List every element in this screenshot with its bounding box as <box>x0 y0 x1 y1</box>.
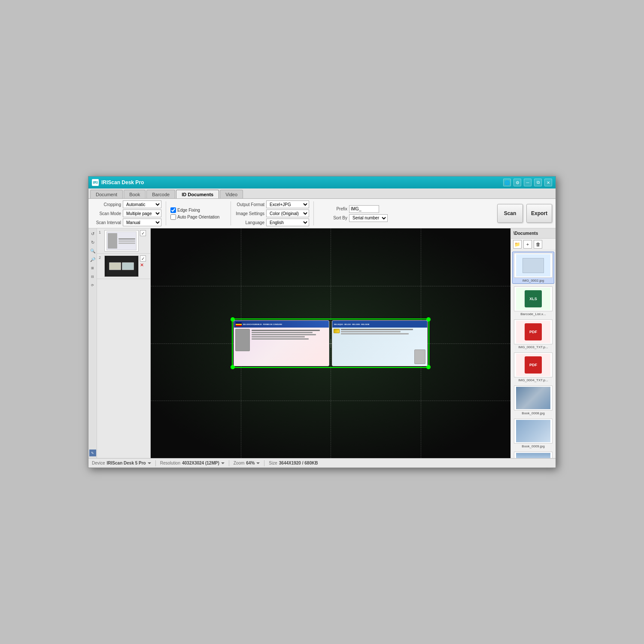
status-bar: Device IRIScan Desk 5 Pro Resolution 403… <box>88 458 556 468</box>
device-arrow[interactable] <box>148 462 151 464</box>
scan-mode-select[interactable]: Multiple page <box>123 210 161 217</box>
thumb-2-number: 2 <box>99 255 103 260</box>
thumb-1-check[interactable]: ✓ <box>140 230 146 236</box>
cropping-label: Cropping <box>92 202 121 207</box>
tab-id-documents[interactable]: ID Documents <box>176 190 219 198</box>
chip <box>334 329 340 333</box>
thumbnail-2[interactable]: 2 ✓ ✕ <box>97 254 150 279</box>
folder-delete-btn[interactable]: 🗑 <box>534 240 542 249</box>
scan-export-area: Scan Export <box>497 200 552 226</box>
thumb-2-check[interactable]: ✓ <box>140 255 146 261</box>
tool-fit[interactable]: ⊞ <box>89 264 96 271</box>
back-line-1 <box>341 329 413 330</box>
scan-preview-bg: BELGISCH RIJBEWIJS · PERMIS DE CONDUIRE <box>151 228 510 458</box>
xlsx-icon: XLS <box>525 290 542 307</box>
file-name-3: IMG_0004_TXT.p... <box>518 378 548 382</box>
file-item-0[interactable]: IMG_0002.jpg <box>512 252 554 284</box>
tool-undo[interactable]: ↺ <box>89 230 96 237</box>
scan-interval-select[interactable]: Manual <box>123 219 161 226</box>
id-card-front: BELGISCH RIJBEWIJS · PERMIS DE CONDUIRE <box>234 320 329 366</box>
file-item-3[interactable]: PDF IMG_0004_TXT.p... <box>512 352 554 383</box>
scan-mode-row: Scan Mode Multiple page <box>92 210 161 217</box>
minimize-button[interactable]: ─ <box>524 179 532 186</box>
output-format-select[interactable]: Excel+JPG <box>266 200 309 208</box>
card-line-2 <box>252 332 313 333</box>
back-line-2 <box>341 331 401 332</box>
device-segment: Device IRIScan Desk 5 Pro <box>92 461 151 465</box>
image-settings-row: Image Settings Color (Original) <box>235 210 309 217</box>
close-button[interactable]: ✕ <box>544 179 552 186</box>
scan-interval-row: Scan Interval Manual <box>92 219 161 226</box>
tab-book[interactable]: Book <box>124 190 146 198</box>
language-row: Language English <box>235 219 309 226</box>
tab-video[interactable]: Video <box>220 190 243 198</box>
tool-redo[interactable]: ↻ <box>89 239 96 246</box>
globe-button[interactable]: 🌐 <box>503 179 511 186</box>
card-line-1 <box>252 330 320 331</box>
auto-page-row[interactable]: Auto Page Orientation <box>170 214 226 220</box>
tab-document[interactable]: Document <box>90 190 123 198</box>
folder-open-btn[interactable]: 📁 <box>513 240 522 249</box>
auto-page-checkbox[interactable] <box>170 214 176 220</box>
toolbar-col-2: Edge Fixing Auto Page Orientation <box>170 200 226 226</box>
toolbar-col-3: Output Format Excel+JPG Image Settings C… <box>235 200 309 226</box>
tool-rotate[interactable]: ⟳ <box>89 282 96 289</box>
left-panel: ↺ ↻ 🔍 🔎 ⊞ ⊟ ⟳ ✎ 1 <box>88 228 151 458</box>
image-settings-select[interactable]: Color (Original) <box>266 210 309 217</box>
sort-by-select[interactable]: Serial number <box>349 214 388 222</box>
folder-new-btn[interactable]: + <box>523 240 532 249</box>
tool-zoom-in[interactable]: 🔍 <box>89 247 96 254</box>
thumbnail-1[interactable]: 1 ✓ <box>97 228 150 254</box>
id-card-back: BELGIQUE · BELGÏE · BELGIEN · BELGIUM <box>332 320 428 366</box>
file-item-5[interactable]: Book_0009.jpg <box>512 418 554 449</box>
resolution-value: 4032X3024 (12MP) <box>182 461 219 465</box>
resolution-label: Resolution <box>160 461 180 465</box>
output-format-label: Output Format <box>235 202 264 207</box>
thumb-2-delete[interactable]: ✕ <box>140 262 146 268</box>
size-segment: Size 3644X1920 / 680KB <box>269 461 318 465</box>
toolbar: Cropping Automatic Scan Mode Multiple pa… <box>88 199 556 228</box>
tool-zoom-out[interactable]: 🔎 <box>89 256 96 263</box>
detection-area: BELGISCH RIJBEWIJS · PERMIS DE CONDUIRE <box>232 319 429 368</box>
restore-button[interactable]: ⧉ <box>534 179 542 186</box>
edge-fixing-checkbox[interactable] <box>170 207 176 213</box>
settings-button[interactable]: ⚙ <box>513 179 521 186</box>
export-button[interactable]: Export <box>526 204 552 223</box>
file-item-6[interactable]: Book_0010.jpg <box>512 451 554 458</box>
status-divider-1 <box>155 460 156 466</box>
zoom-arrow[interactable] <box>256 462 260 464</box>
cropping-row: Cropping Automatic <box>92 200 161 208</box>
toolbar-divider-2 <box>231 201 231 225</box>
cropping-select[interactable]: Automatic <box>123 200 161 208</box>
toolbar-divider-3 <box>313 201 314 225</box>
zoom-value: 64% <box>246 461 255 465</box>
right-panel-toolbar: 📁 + 🗑 <box>511 239 556 250</box>
device-label: Device <box>92 461 105 465</box>
prefix-input[interactable] <box>349 205 379 213</box>
id-cards: BELGISCH RIJBEWIJS · PERMIS DE CONDUIRE <box>234 320 428 366</box>
status-divider-2 <box>229 460 229 466</box>
sidebar-tools: ↺ ↻ 🔍 🔎 ⊞ ⊟ ⟳ ✎ <box>88 228 97 458</box>
toolbar-divider-1 <box>166 201 166 225</box>
scan-interval-label: Scan Interval <box>92 220 121 225</box>
right-panel: \Documents 📁 + 🗑 IMG_000 <box>510 228 556 458</box>
file-item-2[interactable]: PDF IMG_0003_TXT.p... <box>512 319 554 350</box>
tab-bar: Document Book Barcode ID Documents Video <box>88 188 556 199</box>
scan-button[interactable]: Scan <box>497 204 523 223</box>
title-bar: IRI IRIScan Desk Pro 🌐 ⚙ ─ ⧉ ✕ <box>88 176 556 188</box>
file-item-1[interactable]: XLS Barcode_List.x... <box>512 286 554 317</box>
edge-fixing-row[interactable]: Edge Fixing <box>170 207 226 213</box>
sort-by-label: Sort By <box>318 216 347 220</box>
tool-grid[interactable]: ⊟ <box>89 273 96 280</box>
file-thumb-2: PDF <box>514 319 553 344</box>
title-bar-controls: 🌐 ⚙ ─ ⧉ ✕ <box>503 179 552 186</box>
file-item-4[interactable]: Book_0008.jpg <box>512 385 554 416</box>
back-photo <box>414 349 425 364</box>
language-select[interactable]: English <box>266 219 309 226</box>
resolution-arrow[interactable] <box>221 462 225 464</box>
tool-edit[interactable]: ✎ <box>89 450 96 456</box>
folder-path: \Documents <box>513 231 538 236</box>
back-card-title: BELGIQUE · BELGÏE · BELGIEN · BELGIUM <box>334 323 369 325</box>
file-name-5: Book_0009.jpg <box>522 444 544 448</box>
tab-barcode[interactable]: Barcode <box>146 190 175 198</box>
